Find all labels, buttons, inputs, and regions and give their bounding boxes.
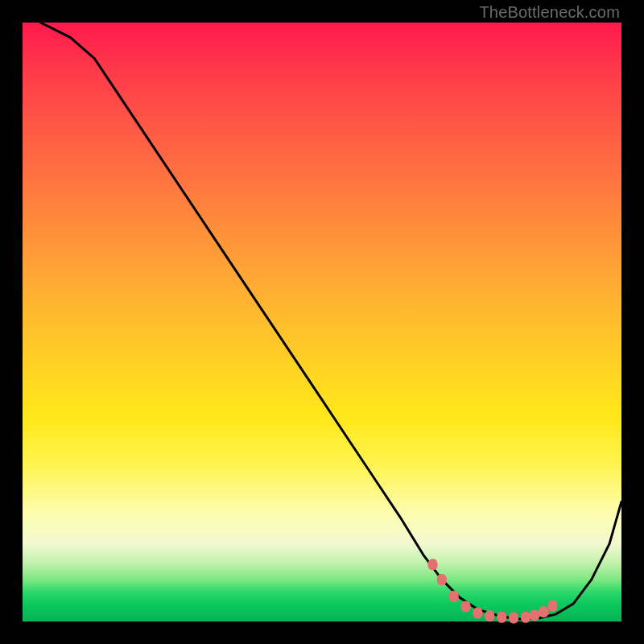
sweet-spot-marker [521,612,530,623]
sweet-spot-marker [509,613,518,624]
chart-svg [23,23,621,621]
sweet-spot-marker [497,612,506,623]
sweet-spot-marker [547,601,557,612]
sweet-spot-marker [428,559,438,570]
bottleneck-curve-line [40,23,621,619]
chart-frame: TheBottleneck.com [0,0,644,644]
sweet-spot-marker [461,601,471,612]
sweet-spot-marker [449,591,459,602]
sweet-spot-marker [539,606,548,617]
sweet-spot-marker [485,610,494,621]
sweet-spot-marker [473,608,482,619]
watermark-text: TheBottleneck.com [479,3,620,22]
sweet-spot-marker [530,610,539,621]
sweet-spot-marker [437,574,447,585]
sweet-spot-markers [428,559,558,623]
